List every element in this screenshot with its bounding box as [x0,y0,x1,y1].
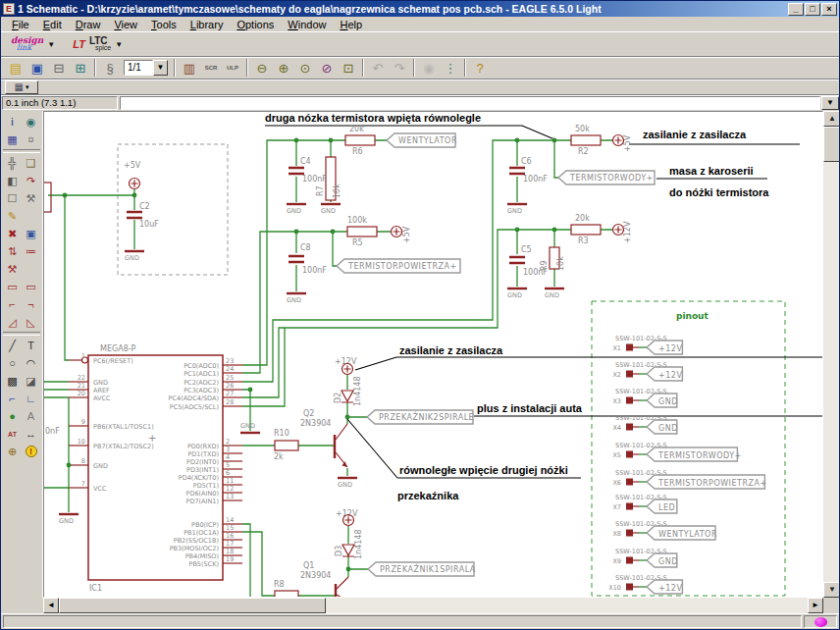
junction-tool[interactable]: ● [3,407,22,425]
show-tool[interactable]: ◉ [22,113,40,131]
zoom-redraw-button[interactable]: ⊡ [338,58,359,78]
resistor-partial[interactable] [44,183,51,212]
junction-dot[interactable] [294,138,299,143]
restore-button[interactable]: □ [805,3,820,16]
connector-pin-icon[interactable] [626,451,633,458]
menu-file[interactable]: File [5,18,36,31]
junction-dot[interactable] [552,228,557,233]
command-history-dropdown[interactable]: ▼ [821,96,839,110]
junction-dot[interactable] [294,230,299,235]
junction-dot[interactable] [552,138,557,143]
scroll-right-button[interactable]: ► [808,598,823,613]
move-tool[interactable]: ╬ [3,154,22,172]
rect-tool[interactable]: ▩ [3,372,22,390]
scroll-down-button[interactable]: ▼ [823,582,840,598]
wire-tool[interactable]: ╱ [3,337,22,354]
use-library-button[interactable]: ▥ [179,58,200,78]
designlink-button[interactable]: design link ▼ [7,35,59,53]
connector-pin-icon[interactable] [626,344,633,351]
menu-draw[interactable]: Draw [69,18,108,31]
junction-dot[interactable] [346,567,351,572]
polygon-tool[interactable]: ◪ [22,372,40,390]
mark-tool[interactable]: ¤ [22,131,40,148]
resistor-r2[interactable] [571,135,601,145]
menu-library[interactable]: Library [184,18,231,31]
ulp-button[interactable]: ULP [222,58,243,78]
name-tool[interactable]: ⇅ [3,242,22,260]
value-tool[interactable]: ≔ [22,242,40,260]
menu-window[interactable]: Window [281,18,333,31]
cut-tool[interactable]: ✎ [3,207,22,225]
junction-dot[interactable] [67,463,72,468]
add-tool[interactable]: ▣ [22,225,40,242]
horizontal-scrollbar[interactable]: ◄ ► [43,598,823,613]
change-tool[interactable]: ⚒ [22,189,40,207]
stop-button[interactable]: ◉ [418,58,440,78]
miter2-tool[interactable]: ¬ [22,295,40,313]
horizontal-scroll-thumb[interactable] [59,598,326,613]
bus-tool[interactable]: ⌐ [3,390,22,407]
undo-button[interactable]: ↶ [367,58,389,78]
junction-dot[interactable] [248,388,253,393]
zoom-out-button[interactable]: ⊖ [251,58,273,78]
script-button[interactable]: SCR [200,58,222,78]
value2-tool[interactable]: ▭ [3,278,22,295]
arc-tool[interactable]: ◠ [22,354,40,372]
vertical-scroll-thumb[interactable] [823,127,840,162]
resistor-r8[interactable] [275,591,298,598]
junction-dot[interactable] [515,138,520,143]
title-bar[interactable]: E 1 Schematic - D:\krzyzie\aramet\tymcza… [1,1,839,17]
menu-tools[interactable]: Tools [144,18,184,31]
resistor-r10[interactable] [275,441,298,450]
attribute-tool[interactable]: AT [3,425,22,443]
connector-pin-icon[interactable] [626,424,633,431]
invoke-tool[interactable]: ◺ [22,313,40,331]
open-button[interactable]: ▤ [5,58,26,78]
resistor-r5[interactable] [347,227,377,236]
display-tool[interactable]: ▦ [3,131,22,148]
save-button[interactable]: ▣ [26,58,48,78]
vertical-scrollbar[interactable]: ▲ ▼ [823,111,840,598]
zoom-select-button[interactable]: ⊘ [316,58,338,78]
connector-pin-icon[interactable] [626,479,633,486]
menu-help[interactable]: Help [333,18,369,31]
connector-pin-icon[interactable] [626,397,633,404]
copy-tool[interactable]: ❑ [22,154,40,172]
group-tool[interactable]: ☐ [3,189,22,207]
label-tool[interactable]: A [22,407,40,425]
net-tool[interactable]: ∟ [22,390,40,407]
junction-dot[interactable] [515,228,520,233]
menu-edit[interactable]: Edit [36,18,69,31]
menu-options[interactable]: Options [230,18,281,31]
connector-pin-icon[interactable] [626,371,633,378]
resistor-r6[interactable] [345,135,375,145]
dimension-tool[interactable]: ↔ [22,425,40,443]
page-select[interactable]: 1/1▼ [124,60,168,76]
connector-pin-icon[interactable] [626,557,633,564]
zoom-in-button[interactable]: ⊕ [273,58,294,78]
scroll-up-button[interactable]: ▲ [823,111,840,127]
miter-tool[interactable]: ⌐ [3,295,22,313]
menu-view[interactable]: View [107,18,144,31]
connector-pin-icon[interactable] [626,503,633,510]
minimize-button[interactable]: _ [788,3,804,16]
close-button[interactable]: × [821,3,837,16]
smash-tool[interactable]: ⚒ [3,260,22,278]
smash2-tool[interactable]: ▭ [22,278,40,295]
junction-dot[interactable] [63,193,68,198]
junction-dot[interactable] [331,230,336,235]
text-tool[interactable]: T [22,337,40,354]
sheet-button[interactable]: § [99,58,121,78]
errors-tool[interactable]: ! [22,443,40,460]
mirror-tool[interactable]: ◧ [3,172,22,189]
run-button[interactable]: ⋮ [440,58,461,78]
delete-tool[interactable]: ✖ [3,225,22,242]
print-button[interactable]: ⊟ [48,58,70,78]
junction-dot[interactable] [329,138,334,143]
connector-pin-icon[interactable] [626,530,633,537]
ltcspice-button[interactable]: LT LTC spice ▼ [69,36,127,52]
circle-tool[interactable]: ○ [3,354,22,372]
board-button[interactable]: ⊞ [70,58,91,78]
junction-dot[interactable] [345,415,350,420]
schematic-canvas[interactable]: pinout [43,111,823,598]
